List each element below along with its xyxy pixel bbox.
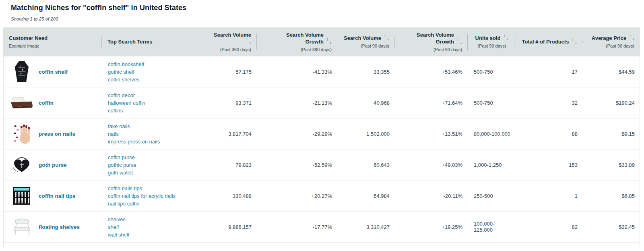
units-sold-value: 250-500	[468, 189, 516, 203]
search-volume-growth-360-value: +20.27%	[257, 189, 338, 203]
average-price-value: $32.45	[583, 220, 640, 234]
table-body: coffin shelf coffin bookshelf gothic she…	[3, 56, 640, 247]
col-header-top-search-terms: Top Search Terms	[102, 38, 205, 46]
col-subheader: (Past 90 days)	[473, 43, 510, 49]
search-volume-360-value: 57,175	[206, 65, 257, 79]
sort-icon[interactable]: ↑↓	[457, 38, 462, 44]
search-term-link[interactable]: coffin nail tips for acrylic nails	[108, 192, 200, 200]
search-term-link[interactable]: gothic shelf	[108, 68, 200, 76]
search-volume-360-value: 3,817,704	[206, 127, 257, 141]
units-sold-value: 100,000-125,000	[468, 217, 516, 236]
search-volume-360-value: 93,371	[206, 96, 257, 110]
sort-icon[interactable]: ↑↓	[326, 38, 332, 44]
col-header-search-volume-growth-90: Search Volume Growth↑↓ (Past 90 days)	[395, 31, 468, 53]
search-term-link[interactable]: coffin shelves	[108, 76, 200, 83]
niche-link[interactable]: goth purse	[39, 162, 67, 168]
table-row: goth purse coffin purse gothic purse got…	[4, 149, 640, 180]
average-price-value: $6.85	[583, 189, 640, 203]
goth-purse-image	[10, 156, 33, 173]
search-volume-growth-360-value: -21.13%	[257, 96, 338, 110]
niche-link[interactable]: coffin nail tips	[39, 193, 76, 199]
search-volume-growth-360-value: -29.29%	[257, 127, 338, 141]
search-term-link[interactable]: shelves	[108, 216, 200, 223]
search-term-link[interactable]: nails	[108, 130, 200, 138]
col-subheader: Example image	[9, 43, 96, 49]
total-products-value: 32	[516, 96, 583, 110]
units-sold-value: 1,000-1,250	[468, 158, 516, 172]
search-term-link[interactable]: coffins	[108, 107, 200, 114]
coffin-casket-image	[10, 97, 33, 109]
search-volume-360-value: 79,823	[206, 158, 257, 172]
total-products-value: 88	[516, 127, 583, 141]
table-row: press on nails fake nails nails impress …	[4, 118, 640, 149]
search-volume-growth-90-value: +19.25%	[395, 220, 468, 234]
search-volume-90-value: 3,310,427	[338, 220, 395, 234]
search-term-link[interactable]: coffin bookshelf	[108, 60, 200, 68]
col-subheader: (Past 360 days)	[211, 47, 251, 53]
average-price-value: $190.24	[583, 96, 640, 110]
average-price-value: $9.15	[583, 127, 640, 141]
search-term-link[interactable]: coffin nails tips	[108, 185, 200, 192]
search-volume-90-value: 1,502,000	[338, 127, 395, 141]
niche-link[interactable]: coffin shelf	[39, 69, 68, 75]
next-row-partial	[4, 243, 640, 247]
floating-shelves-image	[10, 217, 33, 237]
total-products-value: 1	[516, 189, 583, 203]
niche-link[interactable]: coffin	[39, 100, 54, 106]
search-term-link[interactable]: coffin decor	[108, 91, 200, 99]
search-volume-growth-90-value: +49.03%	[395, 158, 468, 172]
search-term-link[interactable]: impress press on nails	[108, 138, 200, 145]
search-volume-growth-360-value: -52.59%	[257, 158, 338, 172]
col-header-search-volume-90: Search Volume↑↓ (Past 90 days)	[337, 35, 395, 49]
search-volume-90-value: 60,643	[338, 158, 395, 172]
units-sold-value: 80,000-100,000	[468, 127, 516, 141]
page-title: Matching Niches for "coffin shelf" in Un…	[11, 4, 644, 12]
press-on-nails-image	[10, 123, 33, 144]
col-subheader: (Past 90 days)	[343, 43, 389, 49]
search-term-link[interactable]: wall shelf	[108, 231, 200, 239]
sort-icon[interactable]: ↑↓	[246, 38, 251, 44]
col-subheader: (Past 90 days)	[400, 47, 462, 53]
sort-icon[interactable]: ↑↓	[503, 35, 508, 41]
search-term-link[interactable]: halloween coffin	[108, 99, 200, 107]
search-term-link[interactable]: goth wallet	[108, 169, 200, 176]
search-volume-growth-90-value: +13.51%	[395, 127, 468, 141]
search-term-link[interactable]: gothic purse	[108, 161, 200, 169]
total-products-value: 17	[516, 65, 583, 79]
table-row: coffin shelf coffin bookshelf gothic she…	[4, 56, 640, 87]
sort-icon[interactable]: ↑↓	[629, 35, 634, 41]
col-subheader: (Past 360 days)	[262, 47, 332, 53]
coffin-shelf-image	[10, 61, 33, 83]
niches-table: Customer Need Example image Top Search T…	[3, 27, 640, 247]
search-volume-360-value: 9,986,157	[206, 220, 257, 234]
total-products-value: 153	[516, 158, 583, 172]
col-header-total-products: Total # of Products↑↓	[516, 38, 583, 46]
search-term-link[interactable]: fake nails	[108, 122, 200, 130]
search-volume-growth-360-value: -17.77%	[257, 220, 338, 234]
coffin-nail-tips-image	[10, 187, 33, 205]
search-volume-growth-90-value: -20.11%	[395, 189, 468, 203]
search-term-link[interactable]: coffin purse	[108, 154, 200, 161]
average-price-value: $44.59	[583, 65, 640, 79]
col-header-search-volume-growth-360: Search Volume Growth↑↓ (Past 360 days)	[257, 31, 337, 53]
average-price-value: $33.89	[583, 158, 640, 172]
table-header-row: Customer Need Example image Top Search T…	[3, 27, 640, 56]
niche-link[interactable]: press on nails	[39, 131, 75, 137]
search-volume-360-value: 330,488	[206, 189, 257, 203]
col-header-average-price: Average Price↑↓ (Past 90 days)	[583, 35, 640, 49]
units-sold-value: 500-750	[468, 96, 516, 110]
niche-link[interactable]: floating shelves	[39, 224, 80, 230]
col-subheader: (Past 90 days)	[588, 43, 634, 49]
search-term-link[interactable]: shelf	[108, 223, 200, 231]
search-volume-growth-90-value: +71.64%	[395, 96, 468, 110]
col-header-customer-need: Customer Need Example image	[3, 35, 102, 49]
search-term-link[interactable]: nail tips coffin	[108, 200, 200, 207]
total-products-value: 82	[516, 220, 583, 234]
search-volume-90-value: 40,968	[338, 96, 395, 110]
search-volume-90-value: 33,355	[338, 65, 395, 79]
sort-icon[interactable]: ↑↓	[384, 35, 389, 41]
col-header-units-sold: Units sold↑↓ (Past 90 days)	[468, 35, 516, 49]
units-sold-value: 500-750	[468, 65, 516, 79]
results-count: Showing 1 to 25 of 209	[11, 17, 644, 21]
sort-icon[interactable]: ↑↓	[572, 38, 577, 44]
